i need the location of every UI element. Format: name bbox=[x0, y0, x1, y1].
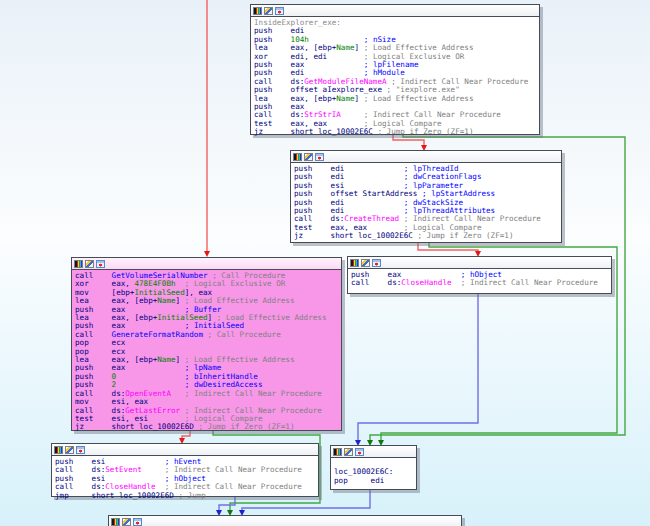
asm-seg-cmt: ; Jump bbox=[178, 491, 205, 500]
node-titlebar[interactable] bbox=[331, 446, 416, 458]
asm-line[interactable]: pop edi bbox=[334, 477, 415, 485]
asm-seg-ins: jz short loc_10002E6D bbox=[75, 422, 198, 431]
edit-icon[interactable] bbox=[304, 153, 313, 161]
asm-seg-cmt: ; Indirect Call Near Procedure bbox=[185, 389, 322, 398]
palette-icon[interactable] bbox=[333, 448, 342, 456]
disassembly-listing: InsideExplorer_exe:push edipush 104h ; n… bbox=[251, 17, 539, 137]
asm-seg-ins: jmp short loc_10002E6D bbox=[55, 491, 178, 500]
palette-icon[interactable] bbox=[253, 7, 262, 15]
palette-icon[interactable] bbox=[111, 518, 120, 526]
palette-icon[interactable] bbox=[350, 259, 359, 267]
frame-icon[interactable] bbox=[76, 446, 85, 454]
asm-seg-cmt: ; Jump if Zero (ZF=1) bbox=[417, 231, 513, 240]
palette-icon[interactable] bbox=[74, 260, 83, 268]
edit-icon[interactable] bbox=[122, 518, 131, 526]
asm-seg-ins: jz short loc_10002E6C bbox=[254, 127, 377, 136]
frame-icon[interactable] bbox=[355, 448, 364, 456]
asm-line[interactable]: jz short loc_10002E6C ; Jump if Zero (ZF… bbox=[254, 128, 538, 136]
asm-line[interactable]: jz short loc_10002E6D ; Jump if Zero (ZF… bbox=[75, 423, 340, 431]
asm-seg-cmt: ; Load Effective Address bbox=[364, 94, 474, 103]
node-loc-10002E6C[interactable]: loc_10002E6C:pop edi bbox=[330, 445, 417, 490]
asm-seg-ins: call ds: bbox=[351, 278, 401, 287]
asm-seg-cmt: ; Indirect Call Near Procedure bbox=[461, 278, 598, 287]
asm-seg-ins bbox=[452, 278, 461, 287]
asm-seg-cmt: ; Jump if Zero (ZF=1) bbox=[198, 422, 294, 431]
frame-icon[interactable] bbox=[372, 259, 381, 267]
asm-seg-ins: ] bbox=[355, 94, 364, 103]
frame-icon[interactable] bbox=[96, 260, 105, 268]
ida-graph-view[interactable]: InsideExplorer_exe:push edipush 104h ; n… bbox=[0, 0, 650, 526]
node-titlebar[interactable] bbox=[109, 516, 461, 526]
node-titlebar[interactable] bbox=[72, 258, 341, 270]
asm-seg-ins: pop edi bbox=[334, 476, 384, 485]
disassembly-listing: push eax ; hObjectcall ds:CloseHandle ; … bbox=[348, 269, 611, 288]
edit-icon[interactable] bbox=[344, 448, 353, 456]
edge-openevent-fallthrough bbox=[182, 431, 190, 439]
edge-closehandle-out bbox=[358, 294, 478, 441]
node-titlebar[interactable] bbox=[291, 151, 561, 163]
node-create-thread[interactable]: push edi ; lpThreadIdpush edi ; dwCreati… bbox=[290, 150, 562, 243]
node-set-event[interactable]: push esi ; hEventcall ds:SetEvent ; Indi… bbox=[51, 443, 319, 497]
asm-seg-api: CloseHandle bbox=[401, 278, 451, 287]
node-titlebar[interactable] bbox=[52, 444, 318, 456]
node-inside-explorer[interactable]: InsideExplorer_exe:push edipush 104h ; n… bbox=[250, 4, 540, 135]
node-open-event-selected[interactable]: call GetVolumeSerialNumber ; Call Proced… bbox=[71, 257, 342, 431]
frame-icon[interactable] bbox=[315, 153, 324, 161]
edit-icon[interactable] bbox=[85, 260, 94, 268]
asm-seg-cmt: ; Call Procedure bbox=[208, 330, 281, 339]
disassembly-listing: push esi ; hEventcall ds:SetEvent ; Indi… bbox=[52, 456, 318, 500]
palette-icon[interactable] bbox=[293, 153, 302, 161]
node-close-handle[interactable]: push eax ; hObjectcall ds:CloseHandle ; … bbox=[347, 256, 612, 294]
node-titlebar[interactable] bbox=[251, 5, 539, 17]
edit-icon[interactable] bbox=[65, 446, 74, 454]
asm-line[interactable]: jz short loc_10002E6C ; Jump if Zero (ZF… bbox=[294, 232, 560, 240]
frame-icon[interactable] bbox=[133, 518, 142, 526]
asm-seg-num: Name bbox=[336, 94, 354, 103]
disassembly-listing: push edi ; lpThreadIdpush edi ; dwCreati… bbox=[291, 163, 561, 241]
node-loc-10002E6D-partial[interactable] bbox=[108, 515, 462, 526]
asm-seg-ins bbox=[171, 389, 185, 398]
palette-icon[interactable] bbox=[54, 446, 63, 454]
frame-icon[interactable] bbox=[275, 7, 284, 15]
disassembly-listing: call GetVolumeSerialNumber ; Call Proced… bbox=[72, 270, 341, 432]
asm-seg-cmt: ; Jump if Zero (ZF=1) bbox=[377, 127, 473, 136]
asm-line[interactable]: call ds:CloseHandle ; Indirect Call Near… bbox=[351, 279, 610, 287]
edit-icon[interactable] bbox=[361, 259, 370, 267]
edit-icon[interactable] bbox=[264, 7, 273, 15]
asm-line[interactable]: jmp short loc_10002E6D ; Jump bbox=[55, 492, 317, 500]
asm-seg-ins: jz short loc_10002E6C bbox=[294, 231, 417, 240]
disassembly-listing: loc_10002E6C:pop edi bbox=[331, 458, 416, 485]
node-titlebar[interactable] bbox=[348, 257, 611, 269]
